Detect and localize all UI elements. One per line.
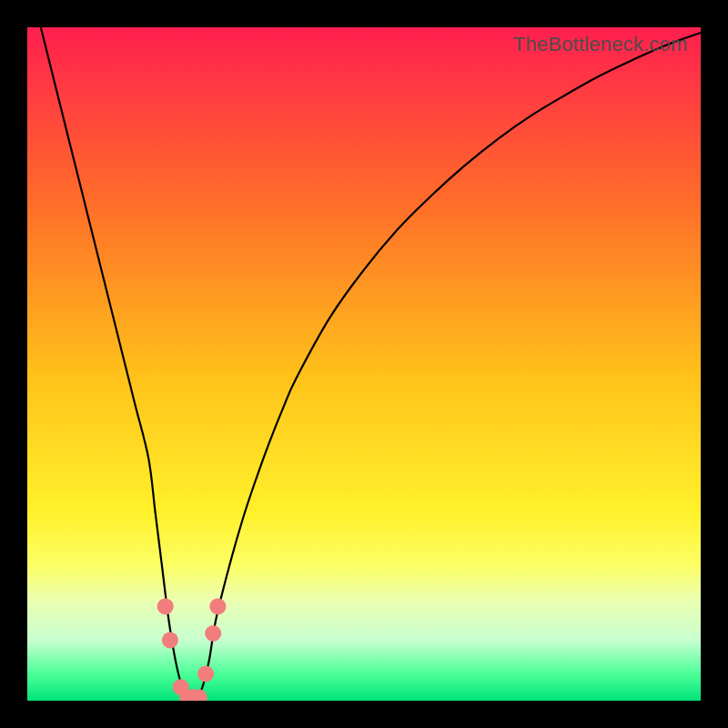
marker-point [197, 665, 214, 682]
chart-frame: TheBottleneck.com [0, 0, 728, 728]
plot-area: TheBottleneck.com [27, 27, 701, 701]
marker-point [209, 598, 226, 614]
bottleneck-curve [27, 27, 701, 701]
watermark-text: TheBottleneck.com [513, 33, 688, 56]
marker-point [205, 625, 221, 642]
marker-point [157, 598, 174, 614]
marker-point [162, 632, 178, 648]
data-markers [157, 598, 227, 701]
